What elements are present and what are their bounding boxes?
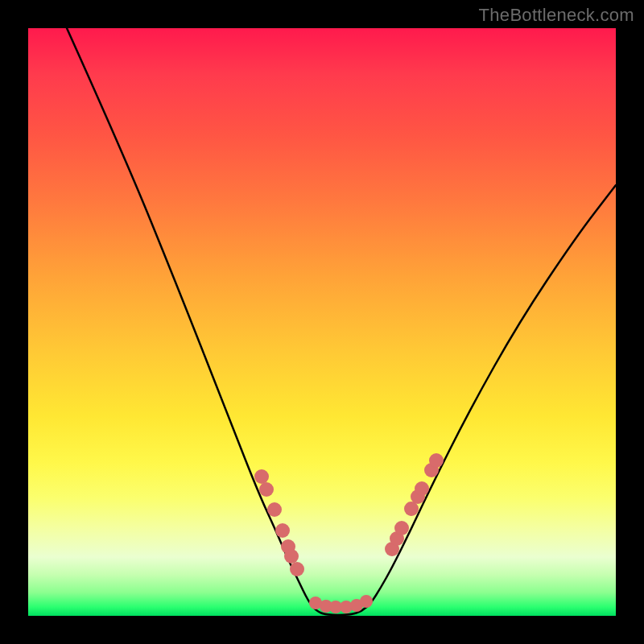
data-marker [267,502,282,517]
markers-left [254,469,304,576]
data-marker [415,481,429,496]
data-marker [284,549,299,564]
markers-right [385,453,444,556]
data-marker [394,521,409,535]
data-marker [254,469,269,484]
data-marker [275,523,290,538]
bottleneck-curve [67,28,616,615]
data-marker [429,453,444,468]
data-marker [259,482,274,497]
data-marker [290,562,304,576]
chart-plot-area [28,28,616,616]
watermark-text: TheBottleneck.com [479,5,634,26]
data-marker [360,595,373,608]
chart-svg [28,28,616,616]
chart-frame: TheBottleneck.com [0,0,644,644]
